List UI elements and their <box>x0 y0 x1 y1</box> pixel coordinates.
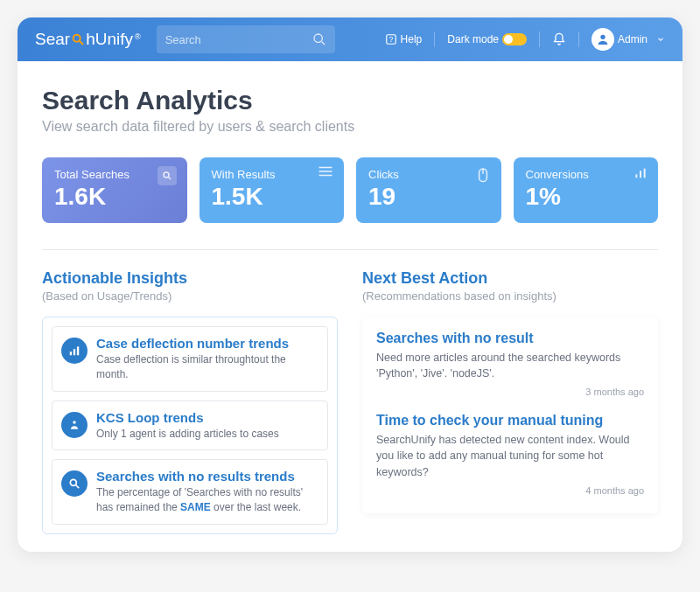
insight-desc: Only 1 agent is adding articles to cases <box>96 427 318 442</box>
logo-text-post: Unify <box>95 30 133 49</box>
stat-total-searches[interactable]: Total Searches 1.6K <box>42 157 187 223</box>
page-title: Search Analytics <box>42 86 658 115</box>
insight-desc: Case deflection is similar throughtout t… <box>96 352 318 382</box>
divider <box>42 249 658 250</box>
app-window: Sear h Unify ® ? Help Dark mode <box>18 17 682 552</box>
admin-label: Admin <box>618 33 648 45</box>
help-link[interactable]: ? Help <box>385 33 423 45</box>
separator <box>434 31 435 47</box>
insight-title: KCS Loop trends <box>96 410 318 425</box>
action-no-result[interactable]: Searches with no result Need more articl… <box>376 331 644 397</box>
insight-desc: The percentage of 'Searches with no resu… <box>96 485 318 515</box>
stat-label: Clicks <box>368 168 489 181</box>
action-title: Time to check your manual tuning <box>376 413 644 428</box>
header-right: ? Help Dark mode Admin <box>385 28 665 51</box>
svg-point-21 <box>70 480 76 486</box>
actions-panel: Searches with no result Need more articl… <box>362 317 658 513</box>
content-area: Search Analytics View search data filter… <box>18 61 682 552</box>
bell-icon <box>552 32 566 46</box>
action-desc: Need more articles around the searched k… <box>376 350 644 381</box>
svg-line-3 <box>321 42 324 45</box>
bars-icon <box>634 166 648 180</box>
svg-line-1 <box>80 41 83 45</box>
action-desc: SearchUnify has detected new content ind… <box>376 432 644 479</box>
svg-rect-18 <box>74 349 75 355</box>
svg-line-8 <box>168 178 171 180</box>
hands-icon <box>61 412 88 438</box>
insight-title: Case deflection number trends <box>96 336 318 351</box>
user-icon <box>596 32 610 46</box>
dark-mode-toggle[interactable]: Dark mode <box>447 33 527 45</box>
list-icon <box>318 166 333 177</box>
stat-value: 1.6K <box>54 183 175 211</box>
search-icon[interactable] <box>312 32 326 46</box>
svg-point-7 <box>164 172 169 178</box>
svg-point-2 <box>314 34 322 42</box>
action-time: 3 months ago <box>376 387 644 397</box>
stat-clicks[interactable]: Clicks 19 <box>356 157 501 223</box>
stat-label: Conversions <box>526 168 647 181</box>
action-title: Searches with no result <box>376 331 644 346</box>
stat-label: With Results <box>212 168 332 181</box>
actions-column: Next Best Action (Recommendations based … <box>362 269 658 534</box>
avatar <box>592 28 614 51</box>
separator <box>539 31 540 47</box>
columns: Actionable Insights (Based on Usage/Tren… <box>42 269 658 534</box>
action-manual-tuning[interactable]: Time to check your manual tuning SearchU… <box>376 413 644 495</box>
help-label: Help <box>401 33 423 45</box>
chart-icon <box>61 338 88 364</box>
search-icon <box>158 166 177 185</box>
svg-line-22 <box>76 485 80 489</box>
svg-point-20 <box>73 421 76 424</box>
search-input[interactable] <box>165 33 312 46</box>
actions-subtitle: (Recommendations based on insights) <box>362 289 658 303</box>
actions-title: Next Best Action <box>362 269 658 288</box>
magnify-icon <box>61 470 88 497</box>
magnify-icon <box>71 32 85 46</box>
separator <box>578 31 579 47</box>
mouse-icon <box>475 166 491 185</box>
chevron-down-icon <box>656 35 665 44</box>
user-menu[interactable]: Admin <box>592 28 665 51</box>
insight-case-deflection[interactable]: Case deflection number trends Case defle… <box>52 326 328 392</box>
help-icon: ? <box>385 33 397 45</box>
insight-no-results[interactable]: Searches with no results trends The perc… <box>52 459 328 525</box>
stat-value: 19 <box>368 183 489 211</box>
svg-rect-19 <box>77 346 79 355</box>
search-input-wrap[interactable] <box>157 25 335 53</box>
svg-rect-17 <box>70 352 72 355</box>
insights-subtitle: (Based on Usage/Trends) <box>42 289 338 303</box>
insights-panel: Case deflection number trends Case defle… <box>42 317 338 534</box>
logo-text-pre: Sear <box>35 30 70 49</box>
svg-point-0 <box>74 35 80 42</box>
notifications-button[interactable] <box>552 32 566 46</box>
page-subtitle: View search data filtered by users & sea… <box>42 119 658 135</box>
stat-conversions[interactable]: Conversions 1% <box>514 157 659 223</box>
insight-kcs-loop[interactable]: KCS Loop trends Only 1 agent is adding a… <box>52 400 328 451</box>
toggle-icon[interactable] <box>502 33 527 45</box>
insights-column: Actionable Insights (Based on Usage/Tren… <box>42 269 338 534</box>
svg-point-6 <box>600 35 605 39</box>
logo-text-mid: h <box>86 30 95 49</box>
action-time: 4 months ago <box>376 485 644 496</box>
insight-title: Searches with no results trends <box>96 469 318 484</box>
header-bar: Sear h Unify ® ? Help Dark mode <box>18 17 682 61</box>
dark-mode-label: Dark mode <box>447 33 499 45</box>
insights-title: Actionable Insights <box>42 269 338 288</box>
stat-value: 1% <box>526 183 647 211</box>
stat-with-results[interactable]: With Results 1.5K <box>200 157 345 223</box>
stat-value: 1.5K <box>212 183 332 211</box>
stats-row: Total Searches 1.6K With Results 1.5K Cl… <box>42 157 658 223</box>
logo: Sear h Unify ® <box>35 30 141 49</box>
svg-text:?: ? <box>388 36 393 44</box>
